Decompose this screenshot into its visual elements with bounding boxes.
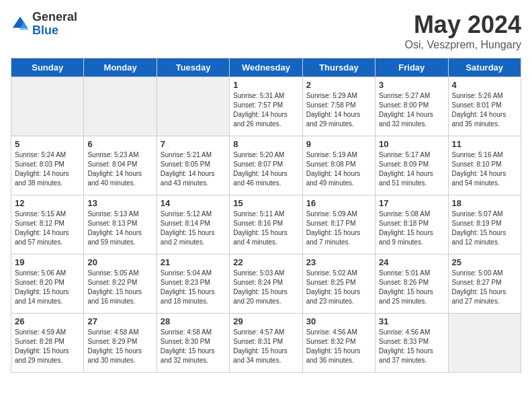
day-detail: Sunrise: 5:02 AM Sunset: 8:25 PM Dayligh…	[306, 269, 371, 306]
logo: General Blue	[11, 11, 77, 38]
day-number: 12	[15, 198, 80, 208]
title-block: May 2024 Osi, Veszprem, Hungary	[405, 11, 521, 51]
day-detail: Sunrise: 5:06 AM Sunset: 8:20 PM Dayligh…	[15, 269, 80, 306]
day-number: 16	[306, 198, 371, 208]
day-detail: Sunrise: 5:04 AM Sunset: 8:23 PM Dayligh…	[161, 269, 226, 306]
calendar-cell: 30Sunrise: 4:56 AM Sunset: 8:32 PM Dayli…	[302, 314, 375, 373]
weekday-header-friday: Friday	[375, 58, 448, 77]
calendar-cell	[448, 314, 521, 373]
calendar-cell: 10Sunrise: 5:17 AM Sunset: 8:09 PM Dayli…	[375, 136, 448, 195]
page-header: General Blue May 2024 Osi, Veszprem, Hun…	[11, 11, 521, 51]
day-detail: Sunrise: 5:03 AM Sunset: 8:24 PM Dayligh…	[233, 269, 298, 306]
calendar-cell: 12Sunrise: 5:15 AM Sunset: 8:12 PM Dayli…	[11, 195, 84, 255]
day-detail: Sunrise: 5:23 AM Sunset: 8:04 PM Dayligh…	[87, 150, 152, 188]
calendar-cell: 17Sunrise: 5:08 AM Sunset: 8:18 PM Dayli…	[375, 195, 448, 255]
day-detail: Sunrise: 4:58 AM Sunset: 8:29 PM Dayligh…	[87, 328, 152, 365]
calendar-cell	[84, 77, 157, 136]
day-number: 6	[87, 139, 152, 149]
calendar-cell	[11, 77, 84, 136]
day-number: 1	[233, 80, 298, 90]
day-detail: Sunrise: 4:59 AM Sunset: 8:28 PM Dayligh…	[15, 328, 80, 365]
day-number: 11	[452, 139, 517, 149]
calendar-cell: 11Sunrise: 5:16 AM Sunset: 8:10 PM Dayli…	[448, 136, 521, 195]
day-detail: Sunrise: 5:07 AM Sunset: 8:19 PM Dayligh…	[452, 210, 517, 247]
day-number: 25	[452, 257, 517, 267]
day-number: 29	[233, 316, 298, 326]
day-number: 5	[15, 139, 80, 149]
location-title: Osi, Veszprem, Hungary	[405, 39, 521, 51]
day-detail: Sunrise: 5:31 AM Sunset: 7:57 PM Dayligh…	[233, 91, 298, 129]
calendar-cell: 25Sunrise: 5:00 AM Sunset: 8:27 PM Dayli…	[448, 255, 521, 314]
day-detail: Sunrise: 5:27 AM Sunset: 8:00 PM Dayligh…	[379, 91, 444, 129]
calendar-cell: 14Sunrise: 5:12 AM Sunset: 8:14 PM Dayli…	[157, 195, 229, 255]
day-detail: Sunrise: 5:20 AM Sunset: 8:07 PM Dayligh…	[233, 150, 298, 188]
day-number: 10	[379, 139, 444, 149]
day-detail: Sunrise: 5:00 AM Sunset: 8:27 PM Dayligh…	[452, 269, 517, 306]
week-row-2: 12Sunrise: 5:15 AM Sunset: 8:12 PM Dayli…	[11, 195, 521, 255]
day-detail: Sunrise: 4:56 AM Sunset: 8:32 PM Dayligh…	[306, 328, 371, 365]
day-detail: Sunrise: 5:09 AM Sunset: 8:17 PM Dayligh…	[306, 210, 371, 247]
logo-general: General	[32, 11, 77, 24]
day-number: 31	[379, 316, 444, 326]
calendar-cell: 7Sunrise: 5:21 AM Sunset: 8:05 PM Daylig…	[157, 136, 229, 195]
day-detail: Sunrise: 4:57 AM Sunset: 8:31 PM Dayligh…	[233, 328, 298, 365]
month-title: May 2024	[405, 11, 521, 39]
week-row-1: 5Sunrise: 5:24 AM Sunset: 8:03 PM Daylig…	[11, 136, 521, 195]
day-number: 19	[15, 257, 80, 267]
day-number: 8	[233, 139, 298, 149]
calendar-cell: 27Sunrise: 4:58 AM Sunset: 8:29 PM Dayli…	[84, 314, 157, 373]
week-row-4: 26Sunrise: 4:59 AM Sunset: 8:28 PM Dayli…	[11, 314, 521, 373]
day-detail: Sunrise: 5:15 AM Sunset: 8:12 PM Dayligh…	[15, 210, 80, 247]
calendar-cell: 21Sunrise: 5:04 AM Sunset: 8:23 PM Dayli…	[157, 255, 229, 314]
day-detail: Sunrise: 5:21 AM Sunset: 8:05 PM Dayligh…	[161, 150, 226, 188]
day-detail: Sunrise: 5:13 AM Sunset: 8:13 PM Dayligh…	[87, 210, 152, 247]
calendar-cell: 31Sunrise: 4:56 AM Sunset: 8:33 PM Dayli…	[375, 314, 448, 373]
calendar-cell: 24Sunrise: 5:01 AM Sunset: 8:26 PM Dayli…	[375, 255, 448, 314]
weekday-header-tuesday: Tuesday	[157, 58, 229, 77]
calendar: SundayMondayTuesdayWednesdayThursdayFrid…	[11, 58, 521, 373]
day-number: 28	[161, 316, 226, 326]
calendar-cell: 19Sunrise: 5:06 AM Sunset: 8:20 PM Dayli…	[11, 255, 84, 314]
calendar-cell: 9Sunrise: 5:19 AM Sunset: 8:08 PM Daylig…	[302, 136, 375, 195]
weekday-header-saturday: Saturday	[448, 58, 521, 77]
calendar-cell: 2Sunrise: 5:29 AM Sunset: 7:58 PM Daylig…	[302, 77, 375, 136]
day-number: 7	[161, 139, 226, 149]
calendar-cell: 28Sunrise: 4:58 AM Sunset: 8:30 PM Dayli…	[157, 314, 229, 373]
day-number: 20	[87, 257, 152, 267]
weekday-header-wednesday: Wednesday	[230, 58, 302, 77]
day-number: 2	[306, 80, 371, 90]
weekday-header-sunday: Sunday	[11, 58, 84, 77]
day-number: 9	[306, 139, 371, 149]
calendar-cell: 18Sunrise: 5:07 AM Sunset: 8:19 PM Dayli…	[448, 195, 521, 255]
day-detail: Sunrise: 5:19 AM Sunset: 8:08 PM Dayligh…	[306, 150, 371, 188]
calendar-cell: 1Sunrise: 5:31 AM Sunset: 7:57 PM Daylig…	[230, 77, 302, 136]
calendar-cell: 22Sunrise: 5:03 AM Sunset: 8:24 PM Dayli…	[230, 255, 302, 314]
logo-text: General Blue	[32, 11, 77, 38]
weekday-header-thursday: Thursday	[302, 58, 375, 77]
day-number: 17	[379, 198, 444, 208]
calendar-cell: 15Sunrise: 5:11 AM Sunset: 8:16 PM Dayli…	[230, 195, 302, 255]
day-number: 23	[306, 257, 371, 267]
day-number: 22	[233, 257, 298, 267]
day-number: 30	[306, 316, 371, 326]
day-detail: Sunrise: 4:56 AM Sunset: 8:33 PM Dayligh…	[379, 328, 444, 365]
day-detail: Sunrise: 4:58 AM Sunset: 8:30 PM Dayligh…	[161, 328, 226, 365]
calendar-cell: 29Sunrise: 4:57 AM Sunset: 8:31 PM Dayli…	[230, 314, 302, 373]
day-number: 3	[379, 80, 444, 90]
logo-icon	[11, 15, 30, 34]
day-number: 26	[15, 316, 80, 326]
day-detail: Sunrise: 5:26 AM Sunset: 8:01 PM Dayligh…	[452, 91, 517, 129]
day-detail: Sunrise: 5:24 AM Sunset: 8:03 PM Dayligh…	[15, 150, 80, 188]
calendar-cell: 5Sunrise: 5:24 AM Sunset: 8:03 PM Daylig…	[11, 136, 84, 195]
day-detail: Sunrise: 5:12 AM Sunset: 8:14 PM Dayligh…	[161, 210, 226, 247]
day-number: 24	[379, 257, 444, 267]
day-number: 18	[452, 198, 517, 208]
day-detail: Sunrise: 5:17 AM Sunset: 8:09 PM Dayligh…	[379, 150, 444, 188]
day-number: 14	[161, 198, 226, 208]
calendar-cell: 26Sunrise: 4:59 AM Sunset: 8:28 PM Dayli…	[11, 314, 84, 373]
day-number: 13	[87, 198, 152, 208]
calendar-cell: 20Sunrise: 5:05 AM Sunset: 8:22 PM Dayli…	[84, 255, 157, 314]
week-row-3: 19Sunrise: 5:06 AM Sunset: 8:20 PM Dayli…	[11, 255, 521, 314]
calendar-cell	[157, 77, 229, 136]
calendar-cell: 6Sunrise: 5:23 AM Sunset: 8:04 PM Daylig…	[84, 136, 157, 195]
